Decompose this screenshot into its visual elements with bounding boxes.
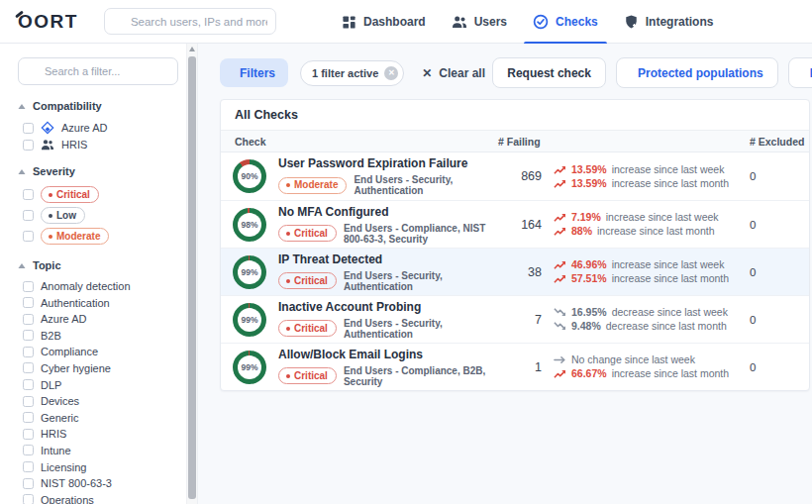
trend-text: increase since last month [612,177,729,190]
scrollbar-thumb[interactable] [188,56,196,499]
filter-item-intune[interactable]: Intune [23,445,177,456]
check-category: End Users - Compliance, B2B, Security [344,365,498,387]
active-filter-chip[interactable]: 1 filter active ✕ [300,60,404,86]
filter-item-azure-ad[interactable]: Azure AD [23,313,177,325]
checkbox[interactable] [23,461,34,472]
trend-list: No change since last week66.67%increase … [554,353,729,380]
section-header-compatibility[interactable]: Compatibility [18,100,177,112]
filter-item-cyber-hygiene[interactable]: Cyber hygiene [23,362,177,374]
filter-item-compliance[interactable]: Compliance [23,346,177,357]
checkbox[interactable] [23,362,34,373]
filter-item-low[interactable]: Low [23,207,177,224]
filter-item-label: NIST 800-63-3 [41,477,112,489]
request-check-button[interactable]: Request check [492,57,606,88]
filter-item-label: Azure AD [41,313,86,325]
column-failing: # Failing [498,136,734,148]
trend-down-icon [554,307,566,318]
tab-dashboard[interactable]: Dashboard [342,0,426,44]
check-text: User Password Expiration FailureModerate… [278,156,498,196]
severity-badge: Critical [278,225,337,242]
checkbox[interactable] [23,189,34,200]
filter-item-dlp[interactable]: DLP [23,379,177,391]
filter-item-anomaly-detection[interactable]: Anomaly detection [23,280,177,292]
section-header-topic[interactable]: Topic [18,259,177,271]
filter-item-moderate[interactable]: Moderate [23,228,177,245]
checkbox[interactable] [23,314,34,325]
checkbox[interactable] [23,231,34,242]
filter-item-authentication[interactable]: Authentication [23,297,177,309]
remove-filter-icon[interactable]: ✕ [384,66,398,80]
section-header-severity[interactable]: Severity [18,165,177,177]
filter-item-b2b[interactable]: B2B [23,330,177,342]
clear-all-button[interactable]: ✕ Clear all [422,66,485,80]
filter-item-licensing[interactable]: Licensing [23,461,177,473]
filter-item-operations[interactable]: Operations [23,494,177,504]
checkbox[interactable] [23,412,34,423]
check-subline: ModerateEnd Users - Security, Authentica… [278,174,498,196]
check-title: User Password Expiration Failure [278,156,498,171]
azure-ad-icon [41,121,54,135]
checkbox[interactable] [23,494,34,504]
checkbox[interactable] [23,429,34,440]
severity-label: Critical [294,370,328,382]
checkbox[interactable] [23,347,34,357]
checkbox[interactable] [23,379,34,390]
global-search-input[interactable] [104,8,276,35]
checkbox[interactable] [23,445,34,455]
trend-text: increase since last week [612,163,725,176]
filter-sidebar: CompatibilityAzure ADHRISSeverityCritica… [0,44,198,504]
section-title: Severity [33,165,75,177]
check-row-allow-block-email-logins[interactable]: 99%Allow/Block Email LoginsCriticalEnd U… [221,343,809,390]
tab-checks[interactable]: Checks [533,0,598,44]
tab-users[interactable]: Users [452,0,507,44]
checkbox[interactable] [23,478,34,489]
filter-item-generic[interactable]: Generic [23,412,177,424]
close-icon: ✕ [422,66,432,80]
filter-search-input[interactable] [18,57,178,85]
filter-item-azure-ad[interactable]: Azure AD [23,121,177,135]
checkbox[interactable] [23,140,34,151]
filter-item-critical[interactable]: Critical [23,186,177,203]
checkbox[interactable] [23,123,34,134]
severity-dot-icon [49,193,52,197]
filter-item-label: Cyber hygiene [41,362,111,374]
checkbox[interactable] [23,330,34,341]
all-checks-card: All Checks Check # Failing # Excluded 90… [220,99,810,391]
check-row-ip-threat-detected[interactable]: 99%IP Threat DetectedCriticalEnd Users -… [221,248,809,295]
checkbox[interactable] [23,396,34,407]
score-value: 99% [238,260,261,284]
trend-line: 13.59%increase since last month [554,177,729,190]
check-category: End Users - Security, Authentication [344,318,498,340]
filter-item-nist-800-63-3[interactable]: NIST 800-63-3 [23,477,177,489]
run-checks-button[interactable]: Run che [788,57,812,88]
filter-item-label: HRIS [41,428,66,440]
score-value: 99% [238,355,261,379]
excluded-count: 0 [734,361,809,373]
severity-label: Moderate [56,231,100,243]
protected-populations-label: Protected populations [638,66,763,80]
filters-button[interactable]: Filters [220,58,288,87]
filter-item-hris[interactable]: HRIS [23,428,177,440]
scroll-up-icon[interactable] [189,47,195,51]
check-row-user-password-expiration-failure[interactable]: 90%User Password Expiration FailureModer… [221,152,809,200]
check-row-no-mfa-configured[interactable]: 98%No MFA ConfiguredCriticalEnd Users - … [221,200,809,248]
triangle-up-icon [18,168,26,175]
filter-item-hris[interactable]: HRIS [23,139,177,151]
check-title: No MFA Configured [278,205,498,220]
nav-label: Integrations [646,15,714,29]
check-row-inactive-account-probing[interactable]: 99%Inactive Account ProbingCriticalEnd U… [221,295,809,343]
checkbox[interactable] [23,297,34,308]
check-title: Allow/Block Email Logins [278,348,498,362]
excluded-count: 0 [734,219,809,231]
checkbox[interactable] [23,210,34,221]
tab-integrations[interactable]: Integrations [624,0,714,44]
check-cell: 90%User Password Expiration FailureModer… [221,156,498,196]
severity-dot-icon [286,232,290,236]
filter-item-devices[interactable]: Devices [23,395,177,407]
sidebar-scrollbar[interactable] [186,44,197,504]
trend-text: decrease since last month [606,320,727,333]
trend-line: 46.96%increase since last week [554,258,729,271]
checkbox[interactable] [23,281,34,292]
protected-populations-button[interactable]: Protected populations [616,57,778,88]
score-value: 99% [238,308,261,332]
